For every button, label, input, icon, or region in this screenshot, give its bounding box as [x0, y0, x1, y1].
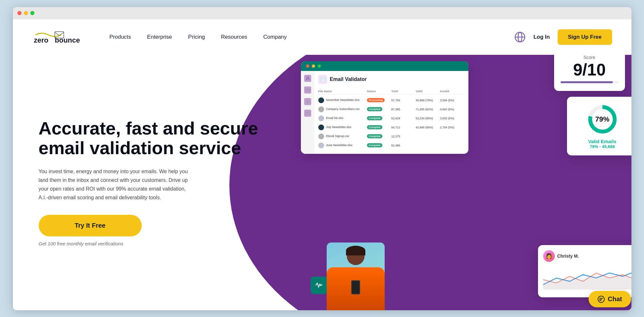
chat-button[interactable]: Chat: [589, 291, 631, 307]
dashboard-sidebar: [301, 71, 314, 154]
chat-label: Chat: [608, 295, 622, 303]
free-note: Get 100 free monthly email verifications: [39, 241, 291, 246]
navbar: zero bounce Products Enterprise Pricing …: [13, 19, 631, 55]
table-header: File Name Status Total Valid Invalid: [318, 88, 465, 94]
cell-valid: 53,234 (85%): [416, 117, 440, 120]
col-filename: File Name: [318, 90, 367, 93]
hero-section: Accurate, fast and secure email validati…: [13, 55, 631, 310]
dot-red: [306, 64, 309, 68]
nav-resources[interactable]: Resources: [221, 34, 247, 40]
col-status: Status: [367, 90, 391, 93]
nav-actions: Log In Sign Up Free: [514, 29, 612, 45]
cell-filename: Email list.xlsx: [318, 115, 367, 121]
cell-status: Complete: [367, 125, 391, 129]
person-image: [327, 243, 385, 310]
cell-filename: Ebook Signup.csv: [318, 134, 367, 139]
cell-invalid: 4,842 (6%): [440, 108, 465, 111]
table-row: Company Subscribers.csv Complete 87,385 …: [318, 105, 465, 114]
dot-green: [318, 64, 321, 68]
cell-total: 52,486: [391, 144, 416, 147]
dot-yellow: [312, 64, 315, 68]
chart-user: 👩 Christy M.: [543, 250, 631, 262]
dashboard-main: ✉️ Email Validator File Name Status Tota…: [314, 71, 468, 154]
cell-status: Complete: [367, 107, 391, 111]
table-row: Ebook Signup.csv Complete 12,375: [318, 132, 465, 141]
close-button[interactable]: [17, 11, 22, 15]
cell-filename: Company Subscribers.csv: [318, 106, 367, 112]
score-card: Score 9/10: [554, 55, 625, 91]
traffic-lights: [17, 11, 34, 15]
donut-card: 79% Valid Emails 79% - 45,668: [567, 97, 631, 155]
cell-total: 12,375: [391, 135, 416, 138]
svg-rect-7: [306, 89, 310, 91]
cell-total: 87,385: [391, 108, 416, 111]
sidebar-icon-clock[interactable]: [304, 98, 311, 105]
svg-point-6: [307, 77, 309, 79]
browser-titlebar: [13, 7, 631, 19]
minimize-button[interactable]: [24, 11, 28, 15]
try-it-free-button[interactable]: Try It Free: [39, 215, 142, 236]
chart-card: 👩 Christy M.: [538, 245, 631, 297]
cell-filename: June Newsletter.xlsx: [318, 143, 367, 148]
dashboard-body: ✉️ Email Validator File Name Status Tota…: [301, 71, 468, 154]
svg-text:zero: zero: [34, 36, 48, 44]
nav-enterprise[interactable]: Enterprise: [147, 34, 172, 40]
cell-filename: July Newsletter.xlsx: [318, 124, 367, 130]
login-link[interactable]: Log In: [533, 34, 550, 40]
dashboard-card: ✉️ Email Validator File Name Status Tota…: [301, 61, 468, 154]
chat-icon: [598, 296, 605, 303]
email-validator-label: Email Validator: [330, 76, 367, 82]
col-total: Total: [391, 90, 416, 93]
cell-invalid: 2,754 (5%): [440, 126, 465, 129]
cell-status: Complete: [367, 116, 391, 120]
table-rows-container: November Newsletter.xlsx Processing 57,7…: [318, 96, 465, 150]
table-row: November Newsletter.xlsx Processing 57,7…: [318, 96, 465, 105]
nav-company[interactable]: Company: [263, 34, 287, 40]
svg-rect-9: [306, 112, 310, 114]
table-row: June Newsletter.xlsx Complete 52,486: [318, 141, 465, 150]
hero-subtext: You invest time, energy and money into y…: [39, 167, 193, 202]
cell-status: Complete: [367, 134, 391, 138]
donut-percent: 79%: [595, 115, 609, 124]
cell-valid: 45,668 (79%): [416, 99, 440, 102]
email-icon-box: ✉️: [318, 75, 327, 84]
nav-products[interactable]: Products: [110, 34, 131, 40]
email-validator-title: ✉️ Email Validator: [318, 75, 465, 84]
logo[interactable]: zero bounce: [32, 29, 90, 45]
col-valid: Valid: [416, 90, 440, 93]
cell-status: Processing: [367, 98, 391, 102]
sidebar-icon-user[interactable]: [304, 75, 311, 82]
signup-button[interactable]: Sign Up Free: [558, 29, 612, 45]
score-value: 9/10: [561, 61, 619, 78]
cell-valid: 71,655 (82%): [416, 108, 440, 111]
hero-heading: Accurate, fast and secure email validati…: [39, 118, 291, 158]
nav-links: Products Enterprise Pricing Resources Co…: [110, 34, 514, 40]
cell-total: 54,712: [391, 126, 416, 129]
table-row: July Newsletter.xlsx Complete 54,712 42,…: [318, 123, 465, 132]
sidebar-icon-card[interactable]: [304, 110, 311, 117]
avatar: 👩: [543, 250, 555, 262]
score-bar: [561, 81, 619, 83]
sidebar-icon-email[interactable]: [304, 86, 311, 94]
hero-right: ✉️ Email Validator File Name Status Tota…: [291, 55, 631, 310]
cell-status: Complete: [367, 143, 391, 147]
score-bar-fill: [561, 81, 613, 83]
nav-pricing[interactable]: Pricing: [188, 34, 205, 40]
table-row: Email list.xlsx Complete 52,629 53,234 (…: [318, 114, 465, 123]
logo-svg: zero bounce: [32, 29, 90, 45]
activity-icon: [315, 281, 323, 290]
col-invalid: Invalid: [440, 90, 465, 93]
cell-invalid: 3,594 (6%): [440, 99, 465, 102]
user-name: Christy M.: [557, 253, 579, 259]
cell-total: 57,766: [391, 99, 416, 102]
svg-text:bounce: bounce: [55, 36, 80, 44]
globe-icon[interactable]: [514, 31, 526, 43]
dashboard-header: [301, 61, 468, 71]
maximize-button[interactable]: [30, 11, 34, 15]
browser-window: zero bounce Products Enterprise Pricing …: [13, 7, 631, 310]
activity-button[interactable]: [311, 277, 328, 294]
hero-left: Accurate, fast and secure email validati…: [13, 55, 291, 310]
cell-total: 52,629: [391, 117, 416, 120]
cell-filename: November Newsletter.xlsx: [318, 97, 367, 103]
cell-invalid: 3,832 (6%): [440, 117, 465, 120]
